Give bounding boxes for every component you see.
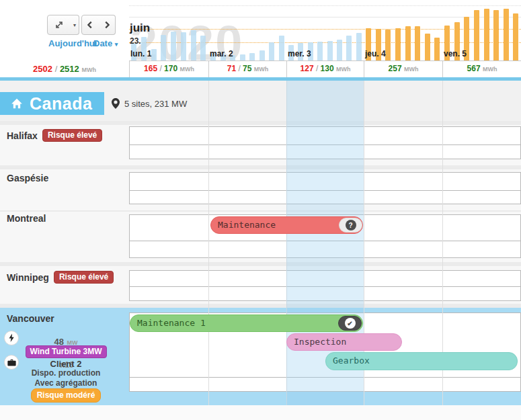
day-label: jeu. 4 bbox=[365, 49, 386, 58]
check-icon: ✔ bbox=[345, 318, 356, 329]
expand-button[interactable] bbox=[47, 15, 71, 35]
production-bar bbox=[181, 32, 186, 60]
production-bar bbox=[415, 26, 420, 60]
site-name-montreal[interactable]: Montreal bbox=[7, 213, 46, 224]
summary-actual: 2502 bbox=[33, 64, 52, 74]
production-bar bbox=[259, 50, 265, 60]
day-total-cell: 257 MWh bbox=[364, 61, 442, 77]
production-bar bbox=[474, 10, 479, 60]
turbine-type-badge: Wind Turbine 3MW bbox=[26, 345, 107, 358]
site-name-vancouver[interactable]: Vancouver bbox=[7, 313, 54, 324]
day-label: ven. 5 bbox=[444, 49, 467, 58]
production-bar bbox=[191, 30, 196, 60]
site-name-winnipeg[interactable]: Winnipeg bbox=[7, 272, 49, 283]
previous-period-button[interactable] bbox=[81, 15, 99, 35]
production-bar bbox=[513, 13, 518, 60]
day-total-cell: 127 / 130 MWh bbox=[286, 61, 364, 77]
chart-gridline bbox=[129, 17, 521, 17]
production-bar bbox=[395, 28, 401, 60]
production-bar bbox=[425, 34, 430, 60]
next-period-button[interactable] bbox=[98, 15, 116, 35]
production-bar bbox=[151, 49, 157, 60]
chevron-right-icon bbox=[102, 20, 112, 30]
app-root: ▾ Aujourd'hui Date ▾ 2020 juin 23. lun. … bbox=[0, 0, 521, 420]
production-bar bbox=[385, 30, 391, 60]
home-icon bbox=[11, 97, 23, 110]
production-bar bbox=[240, 54, 245, 60]
lightning-bolt-icon bbox=[7, 333, 15, 343]
day-label: mer. 3 bbox=[288, 49, 311, 58]
production-bar bbox=[484, 9, 489, 60]
site-row-vancouver: Vancouver bbox=[7, 313, 54, 324]
risk-moderate-line: Risque modéré bbox=[19, 388, 113, 403]
date-link[interactable]: Date ▾ bbox=[93, 38, 118, 48]
region-meta: 5 sites, 231 MW bbox=[112, 98, 187, 109]
production-bar bbox=[317, 42, 323, 60]
production-bar bbox=[504, 9, 509, 60]
chart-gridline bbox=[129, 42, 521, 43]
site-row-montreal: Montreal bbox=[7, 213, 46, 224]
topbar: ▾ Aujourd'hui Date ▾ 2020 juin 23. lun. … bbox=[0, 0, 521, 77]
day-separator bbox=[208, 81, 209, 405]
day-total-cell: 567 MWh bbox=[442, 61, 521, 77]
today-link[interactable]: Aujourd'hui bbox=[48, 38, 97, 48]
scheduler-body: Canada 5 sites, 231 MW Halifax Risque él… bbox=[0, 81, 521, 420]
task-status-badge-question[interactable]: ? bbox=[339, 218, 362, 233]
production-bar bbox=[434, 38, 440, 60]
client-icon-circle bbox=[4, 355, 19, 370]
client-name: Client 2 bbox=[50, 359, 82, 369]
production-bar bbox=[356, 33, 362, 60]
month-label: juin bbox=[130, 22, 150, 35]
production-bar bbox=[249, 53, 255, 60]
daily-totals-row: 2502 / 2512 MWh 165 / 170 MWh71 / 75 MWh… bbox=[0, 60, 521, 77]
map-pin-icon bbox=[112, 98, 120, 109]
risk-badge-moderate: Risque modéré bbox=[31, 388, 102, 403]
summary-unit: MWh bbox=[81, 67, 96, 73]
question-icon: ? bbox=[346, 220, 356, 230]
risk-badge-high: Risque élevé bbox=[54, 271, 114, 284]
task-status-badge-check[interactable]: ✔ bbox=[338, 316, 362, 331]
production-bar bbox=[405, 26, 411, 60]
site-name-gaspesie[interactable]: Gaspésie bbox=[7, 173, 48, 183]
production-bar bbox=[200, 36, 206, 60]
production-bar bbox=[269, 42, 274, 60]
summary-forecast: 2512 bbox=[60, 64, 79, 74]
region-sites-summary: 5 sites, 231 MW bbox=[124, 99, 187, 109]
chart-gridline bbox=[129, 5, 521, 6]
production-bar bbox=[327, 41, 333, 60]
day-totals-cells: 165 / 170 MWh71 / 75 MWh127 / 130 MWh257… bbox=[129, 60, 521, 77]
expand-arrows-icon bbox=[54, 20, 64, 30]
region-banner-canada[interactable]: Canada bbox=[0, 92, 104, 115]
task-bar-gearbox[interactable]: Gearbox bbox=[325, 352, 518, 370]
region-name: Canada bbox=[30, 94, 92, 114]
day-label: lun. 1 bbox=[130, 49, 151, 58]
briefcase-icon bbox=[7, 359, 16, 366]
risk-badge-high: Risque élevé bbox=[42, 129, 102, 142]
aggregation-line: Avec agrégation bbox=[19, 378, 113, 388]
bottom-spacer bbox=[0, 405, 521, 420]
caret-down-icon: ▾ bbox=[115, 41, 118, 48]
production-bar bbox=[171, 32, 176, 60]
site-row-winnipeg: Winnipeg Risque élevé bbox=[7, 271, 114, 284]
chart-gridline bbox=[129, 29, 521, 30]
dispo-production-line: Dispo. production bbox=[19, 368, 113, 378]
week-number-label: 23. bbox=[130, 36, 141, 46]
summary-separator: / bbox=[55, 64, 58, 74]
day-label: mar. 2 bbox=[210, 49, 233, 58]
chevron-left-icon bbox=[85, 20, 95, 30]
production-summary: 2502 / 2512 MWh bbox=[0, 60, 129, 77]
task-bar-inspection[interactable]: Inspection bbox=[286, 333, 402, 351]
day-total-cell: 165 / 170 MWh bbox=[129, 61, 208, 77]
task-bar-maintenance-1[interactable]: Maintenance 1 bbox=[130, 314, 363, 332]
production-chart: 2020 juin 23. lun. 1mar. 2mer. 3jeu. 4ve… bbox=[129, 0, 521, 60]
production-bar bbox=[337, 40, 342, 60]
site-row-halifax: Halifax Risque élevé bbox=[7, 129, 102, 142]
production-bar bbox=[493, 10, 499, 60]
site-row-gaspesie: Gaspésie bbox=[7, 173, 48, 183]
expand-caret-button[interactable]: ▾ bbox=[71, 15, 79, 35]
power-capacity-icon-circle bbox=[4, 331, 19, 345]
site-name-halifax[interactable]: Halifax bbox=[7, 130, 38, 141]
production-bar bbox=[346, 36, 352, 60]
production-bar bbox=[279, 36, 284, 60]
production-bar bbox=[161, 35, 166, 60]
